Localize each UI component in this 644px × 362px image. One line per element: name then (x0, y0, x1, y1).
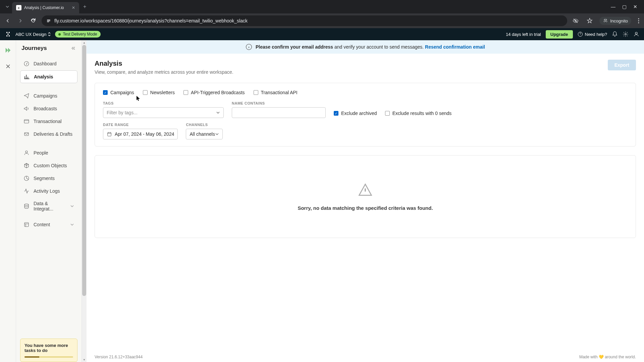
notifications-button[interactable] (612, 31, 618, 37)
checkbox-icon (254, 90, 258, 95)
account-button[interactable] (633, 31, 639, 37)
bookmark-button[interactable] (585, 16, 594, 25)
site-settings-icon (46, 18, 51, 23)
user-icon (633, 31, 639, 37)
warning-icon (358, 182, 373, 197)
forward-button[interactable] (16, 16, 25, 25)
scroll-down-icon: ▼ (82, 357, 87, 362)
close-window-button[interactable]: ✕ (633, 4, 637, 9)
rail-secondary-icon[interactable] (4, 62, 12, 70)
tasks-card[interactable]: You have some more tasks to do (20, 339, 77, 362)
sidebar-item-people[interactable]: People (20, 147, 77, 159)
version-text: Version 21.6.12+33aac944 (95, 355, 143, 359)
checkbox-label: Newsletters (150, 90, 175, 95)
checkbox-transactional-api[interactable]: Transactional API (254, 90, 298, 95)
sidebar-item-label: Transactional (34, 119, 62, 124)
channels-select[interactable]: All channels (186, 129, 223, 139)
tab-search-dropdown[interactable] (3, 3, 12, 10)
segments-icon (23, 175, 30, 181)
new-tab-button[interactable]: + (79, 1, 90, 12)
sidebar-item-label: Analysis (34, 74, 53, 79)
analysis-icon (24, 74, 30, 80)
browser-tab[interactable]: c Analysis | Customer.io ✕ (12, 2, 79, 13)
date-range-picker[interactable]: Apr 07, 2024 - May 06, 2024 (103, 129, 178, 139)
sidebar-item-label: Campaigns (34, 93, 57, 99)
workspace-selector[interactable]: ABC UX Design (15, 32, 51, 37)
upgrade-button[interactable]: Upgrade (546, 30, 573, 39)
rail-journeys-icon[interactable] (4, 46, 12, 54)
checkbox-label: Exclude archived (341, 111, 377, 116)
svg-rect-11 (24, 133, 29, 136)
channels-label: CHANNELS (186, 123, 223, 127)
help-button[interactable]: Need help? (578, 32, 607, 37)
delivery-mode-badge[interactable]: Test Delivery Mode (55, 31, 100, 38)
content-icon (23, 222, 30, 228)
sidebar-title: Journeys (21, 45, 47, 52)
checkbox-exclude-archived[interactable]: ✓ Exclude archived (334, 111, 377, 116)
checkbox-newsletters[interactable]: Newsletters (143, 90, 175, 95)
gear-icon (623, 31, 629, 37)
sidebar-item-transactional[interactable]: Transactional (20, 115, 77, 127)
trial-text: 14 days left in trial (506, 32, 541, 37)
svg-rect-0 (47, 20, 50, 20)
resend-confirmation-link[interactable]: Resend confirmation email (425, 44, 485, 50)
empty-state: Sorry, no data matching the specified cr… (95, 155, 636, 238)
checkbox-label: Exclude results with 0 sends (392, 111, 452, 116)
sidebar-item-label: Deliveries & Drafts (34, 131, 72, 137)
tags-label: TAGS (103, 101, 224, 105)
svg-point-14 (24, 204, 29, 205)
svg-point-8 (635, 32, 637, 34)
scroll-up-icon: ▲ (82, 40, 87, 45)
url-input[interactable]: fly.customer.io/workspaces/160880/journe… (42, 15, 567, 26)
svg-rect-17 (108, 132, 111, 136)
minimize-button[interactable]: — (611, 4, 615, 9)
main-content: Please confirm your email address and ve… (87, 40, 644, 362)
sidebar-item-deliveries[interactable]: Deliveries & Drafts (20, 128, 77, 140)
svg-point-4 (638, 20, 639, 21)
status-dot-icon (58, 33, 61, 36)
broadcasts-icon (23, 106, 30, 112)
date-range-label: DATE RANGE (103, 123, 178, 127)
incognito-badge[interactable]: Incognito (599, 17, 631, 25)
workspace-name: ABC UX Design (15, 32, 46, 37)
sidebar-item-dashboard[interactable]: Dashboard (20, 58, 77, 70)
app-logo-icon[interactable] (5, 31, 11, 38)
sidebar-item-activity-logs[interactable]: Activity Logs (20, 185, 77, 197)
sidebar-item-label: People (34, 150, 48, 156)
footer: Version 21.6.12+33aac944 Made with 💛 aro… (87, 352, 644, 362)
sidebar-item-analysis[interactable]: Analysis (20, 70, 77, 83)
favicon-icon: c (16, 5, 21, 10)
sidebar-item-custom-objects[interactable]: Custom Objects (20, 160, 77, 172)
info-icon (246, 44, 252, 50)
close-tab-button[interactable]: ✕ (72, 5, 75, 10)
settings-button[interactable] (623, 31, 629, 37)
reload-button[interactable] (29, 16, 38, 25)
checkbox-campaigns[interactable]: ✓ Campaigns (103, 90, 134, 95)
page-subtitle: View, compare, and analyze metrics acros… (95, 69, 233, 75)
tags-select[interactable]: Filter by tags... (103, 107, 224, 118)
name-contains-input[interactable] (232, 107, 326, 118)
browser-menu-button[interactable] (637, 17, 641, 25)
sidebar-item-label: Broadcasts (34, 106, 57, 111)
sidebar-item-data-integrations[interactable]: Data & Integrat... (20, 198, 77, 215)
checkbox-api-broadcasts[interactable]: API-Triggered Broadcasts (183, 90, 245, 95)
maximize-button[interactable]: ▢ (622, 4, 627, 9)
tab-title: Analysis | Customer.io (24, 5, 64, 10)
svg-point-12 (25, 151, 28, 153)
eye-icon[interactable] (571, 16, 580, 25)
url-bar: fly.customer.io/workspaces/160880/journe… (0, 13, 644, 28)
checkbox-exclude-zero-sends[interactable]: Exclude results with 0 sends (385, 111, 452, 116)
collapse-sidebar-button[interactable] (71, 46, 76, 51)
export-button[interactable]: Export (608, 60, 636, 70)
sidebar-item-segments[interactable]: Segments (20, 172, 77, 184)
left-rail (0, 40, 16, 362)
sidebar-item-content[interactable]: Content (20, 219, 77, 231)
back-button[interactable] (3, 16, 12, 25)
scroll-thumb[interactable] (82, 45, 86, 296)
made-with-text: Made with 💛 around the world. (579, 355, 636, 359)
sidebar-item-label: Dashboard (34, 61, 57, 66)
sidebar-item-broadcasts[interactable]: Broadcasts (20, 103, 77, 115)
sidebar-scrollbar[interactable]: ▲ ▼ (82, 40, 87, 362)
sidebar-item-campaigns[interactable]: Campaigns (20, 90, 77, 102)
date-range-value: Apr 07, 2024 - May 06, 2024 (115, 131, 174, 137)
